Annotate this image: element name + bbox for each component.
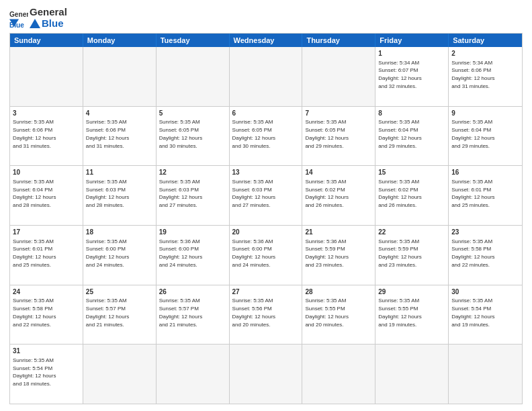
calendar-day-6: 6Sunrise: 5:35 AM Sunset: 6:05 PM Daylig… <box>230 107 303 166</box>
weekday-header-sunday: Sunday <box>10 34 83 47</box>
calendar-day-30: 30Sunrise: 5:35 AM Sunset: 5:54 PM Dayli… <box>449 285 522 345</box>
sun-info: Sunrise: 5:35 AM Sunset: 5:57 PM Dayligh… <box>86 298 129 327</box>
header: General Blue General Blue <box>9 7 523 29</box>
calendar-day-empty-0-1 <box>83 47 157 106</box>
logo: General Blue General Blue <box>9 7 67 29</box>
day-number: 22 <box>378 228 445 237</box>
calendar-day-15: 15Sunrise: 5:35 AM Sunset: 6:02 PM Dayli… <box>375 166 449 225</box>
sun-info: Sunrise: 5:35 AM Sunset: 6:06 PM Dayligh… <box>13 119 56 148</box>
sun-info: Sunrise: 5:35 AM Sunset: 6:02 PM Dayligh… <box>378 179 421 208</box>
sun-info: Sunrise: 5:35 AM Sunset: 6:05 PM Dayligh… <box>232 119 275 148</box>
calendar-row-0: 1Sunrise: 5:34 AM Sunset: 6:07 PM Daylig… <box>10 47 522 106</box>
logo-triangle-icon <box>30 19 40 28</box>
calendar-day-empty-0-3 <box>230 47 303 106</box>
calendar-day-10: 10Sunrise: 5:35 AM Sunset: 6:04 PM Dayli… <box>10 166 83 225</box>
sun-info: Sunrise: 5:35 AM Sunset: 5:58 PM Dayligh… <box>13 298 56 327</box>
day-number: 13 <box>232 168 300 177</box>
weekday-header-friday: Friday <box>375 34 449 47</box>
calendar-day-21: 21Sunrise: 5:36 AM Sunset: 5:59 PM Dayli… <box>302 226 375 285</box>
day-number: 28 <box>305 287 372 297</box>
logo-blue: Blue <box>42 18 64 30</box>
day-number: 16 <box>451 168 519 177</box>
sun-info: Sunrise: 5:36 AM Sunset: 6:00 PM Dayligh… <box>159 238 202 268</box>
calendar-day-19: 19Sunrise: 5:36 AM Sunset: 6:00 PM Dayli… <box>157 226 230 285</box>
calendar-day-9: 9Sunrise: 5:35 AM Sunset: 6:04 PM Daylig… <box>449 107 522 166</box>
sun-info: Sunrise: 5:35 AM Sunset: 5:55 PM Dayligh… <box>378 298 421 327</box>
sun-info: Sunrise: 5:35 AM Sunset: 6:00 PM Dayligh… <box>86 238 129 268</box>
day-number: 10 <box>13 168 80 177</box>
calendar-day-empty-0-4 <box>302 47 375 106</box>
day-number: 30 <box>451 287 519 297</box>
calendar-day-empty-5-3 <box>230 345 303 404</box>
calendar-day-empty-5-1 <box>83 345 157 404</box>
day-number: 29 <box>378 287 445 297</box>
calendar-day-empty-5-4 <box>302 345 375 404</box>
calendar-day-25: 25Sunrise: 5:35 AM Sunset: 5:57 PM Dayli… <box>83 285 157 345</box>
calendar-row-4: 24Sunrise: 5:35 AM Sunset: 5:58 PM Dayli… <box>10 285 522 345</box>
calendar-body: 1Sunrise: 5:34 AM Sunset: 6:07 PM Daylig… <box>10 47 522 404</box>
day-number: 19 <box>159 228 226 237</box>
calendar-day-26: 26Sunrise: 5:35 AM Sunset: 5:57 PM Dayli… <box>157 285 230 345</box>
day-number: 21 <box>305 228 372 237</box>
day-number: 12 <box>159 168 226 177</box>
calendar-day-11: 11Sunrise: 5:35 AM Sunset: 6:03 PM Dayli… <box>83 166 157 225</box>
sun-info: Sunrise: 5:36 AM Sunset: 6:00 PM Dayligh… <box>232 238 275 268</box>
day-number: 26 <box>159 287 226 297</box>
svg-marker-3 <box>30 19 40 28</box>
weekday-header-saturday: Saturday <box>449 34 522 47</box>
sun-info: Sunrise: 5:35 AM Sunset: 6:03 PM Dayligh… <box>232 179 275 208</box>
calendar-row-3: 17Sunrise: 5:35 AM Sunset: 6:01 PM Dayli… <box>10 225 522 285</box>
calendar-day-8: 8Sunrise: 5:35 AM Sunset: 6:04 PM Daylig… <box>375 107 449 166</box>
day-number: 23 <box>451 228 519 237</box>
calendar-day-5: 5Sunrise: 5:35 AM Sunset: 6:05 PM Daylig… <box>157 107 230 166</box>
calendar-day-18: 18Sunrise: 5:35 AM Sunset: 6:00 PM Dayli… <box>83 226 157 285</box>
calendar-row-2: 10Sunrise: 5:35 AM Sunset: 6:04 PM Dayli… <box>10 165 522 225</box>
calendar-day-empty-0-0 <box>10 47 83 106</box>
sun-info: Sunrise: 5:35 AM Sunset: 6:05 PM Dayligh… <box>159 119 202 148</box>
sun-info: Sunrise: 5:35 AM Sunset: 6:04 PM Dayligh… <box>13 179 56 208</box>
calendar-day-29: 29Sunrise: 5:35 AM Sunset: 5:55 PM Dayli… <box>375 285 449 345</box>
day-number: 2 <box>451 49 519 58</box>
day-number: 6 <box>232 109 300 118</box>
sun-info: Sunrise: 5:35 AM Sunset: 5:54 PM Dayligh… <box>13 357 56 387</box>
sun-info: Sunrise: 5:35 AM Sunset: 6:06 PM Dayligh… <box>86 119 129 148</box>
calendar-day-27: 27Sunrise: 5:35 AM Sunset: 5:56 PM Dayli… <box>230 285 303 345</box>
calendar-day-empty-0-2 <box>157 47 230 106</box>
sun-info: Sunrise: 5:35 AM Sunset: 5:58 PM Dayligh… <box>451 238 494 268</box>
calendar-day-7: 7Sunrise: 5:35 AM Sunset: 6:05 PM Daylig… <box>302 107 375 166</box>
day-number: 27 <box>232 287 300 297</box>
calendar-day-2: 2Sunrise: 5:34 AM Sunset: 6:06 PM Daylig… <box>449 47 522 106</box>
calendar-row-5: 31Sunrise: 5:35 AM Sunset: 5:54 PM Dayli… <box>10 344 522 404</box>
sun-info: Sunrise: 5:35 AM Sunset: 5:54 PM Dayligh… <box>451 298 494 327</box>
calendar-day-22: 22Sunrise: 5:35 AM Sunset: 5:59 PM Dayli… <box>375 226 449 285</box>
sun-info: Sunrise: 5:34 AM Sunset: 6:06 PM Dayligh… <box>451 60 494 89</box>
svg-text:Blue: Blue <box>9 21 24 28</box>
day-number: 3 <box>13 109 80 118</box>
day-number: 24 <box>13 287 80 297</box>
sun-info: Sunrise: 5:35 AM Sunset: 6:03 PM Dayligh… <box>159 179 202 208</box>
page: General Blue General Blue SundayMondayTu… <box>0 0 532 411</box>
sun-info: Sunrise: 5:35 AM Sunset: 6:03 PM Dayligh… <box>86 179 129 208</box>
day-number: 14 <box>305 168 372 177</box>
day-number: 31 <box>13 347 80 356</box>
calendar-day-31: 31Sunrise: 5:35 AM Sunset: 5:54 PM Dayli… <box>10 345 83 404</box>
calendar-day-24: 24Sunrise: 5:35 AM Sunset: 5:58 PM Dayli… <box>10 285 83 345</box>
calendar-day-1: 1Sunrise: 5:34 AM Sunset: 6:07 PM Daylig… <box>375 47 449 106</box>
calendar-row-1: 3Sunrise: 5:35 AM Sunset: 6:06 PM Daylig… <box>10 106 522 166</box>
calendar-day-4: 4Sunrise: 5:35 AM Sunset: 6:06 PM Daylig… <box>83 107 157 166</box>
calendar-day-14: 14Sunrise: 5:35 AM Sunset: 6:02 PM Dayli… <box>302 166 375 225</box>
sun-info: Sunrise: 5:34 AM Sunset: 6:07 PM Dayligh… <box>378 60 421 89</box>
calendar-day-16: 16Sunrise: 5:35 AM Sunset: 6:01 PM Dayli… <box>449 166 522 225</box>
weekday-header-wednesday: Wednesday <box>230 34 303 47</box>
day-number: 11 <box>86 168 153 177</box>
sun-info: Sunrise: 5:35 AM Sunset: 5:59 PM Dayligh… <box>378 238 421 268</box>
calendar-header: SundayMondayTuesdayWednesdayThursdayFrid… <box>10 34 522 47</box>
day-number: 20 <box>232 228 300 237</box>
weekday-header-tuesday: Tuesday <box>157 34 230 47</box>
day-number: 9 <box>451 109 519 118</box>
day-number: 4 <box>86 109 153 118</box>
calendar-day-empty-5-6 <box>449 345 522 404</box>
day-number: 1 <box>378 49 445 58</box>
sun-info: Sunrise: 5:35 AM Sunset: 5:57 PM Dayligh… <box>159 298 202 327</box>
calendar-day-17: 17Sunrise: 5:35 AM Sunset: 6:01 PM Dayli… <box>10 226 83 285</box>
